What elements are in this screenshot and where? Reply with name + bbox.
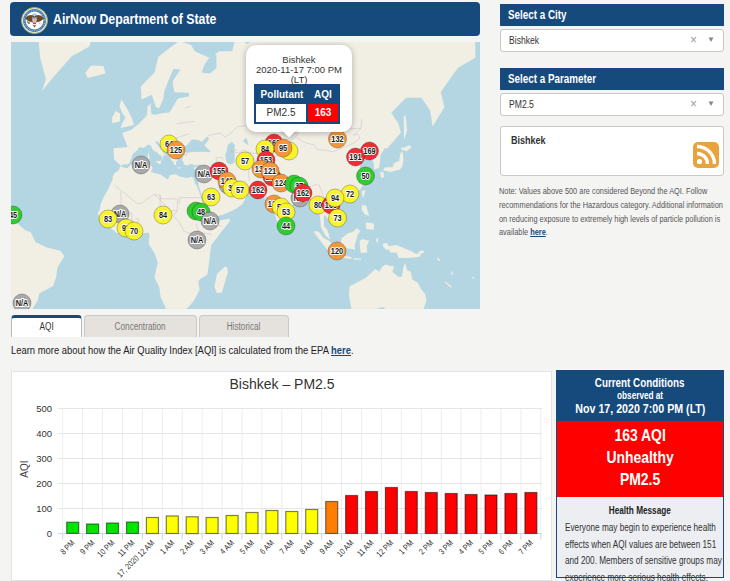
- svg-text:300: 300: [36, 453, 52, 464]
- svg-text:1 PM: 1 PM: [397, 538, 415, 556]
- svg-text:83: 83: [104, 215, 113, 225]
- svg-text:10 PM: 10 PM: [95, 538, 116, 559]
- svg-text:3 AM: 3 AM: [198, 538, 216, 556]
- svg-text:400: 400: [36, 428, 52, 439]
- svg-text:84: 84: [159, 211, 168, 221]
- svg-text:4 AM: 4 AM: [218, 538, 236, 556]
- svg-text:4 PM: 4 PM: [457, 538, 475, 556]
- svg-text:9 PM: 9 PM: [78, 538, 96, 556]
- svg-text:2 PM: 2 PM: [417, 538, 435, 556]
- svg-text:8 AM: 8 AM: [298, 538, 316, 556]
- svg-text:0: 0: [47, 528, 52, 539]
- svg-text:9 AM: 9 AM: [318, 538, 336, 556]
- svg-text:57: 57: [241, 157, 250, 167]
- svg-text:500: 500: [36, 403, 52, 414]
- svg-text:7 AM: 7 AM: [278, 538, 296, 556]
- svg-text:8 PM: 8 PM: [58, 538, 76, 556]
- svg-text:10 AM: 10 AM: [335, 538, 356, 559]
- svg-text:169: 169: [363, 147, 376, 157]
- svg-text:63: 63: [207, 193, 216, 203]
- svg-text:162: 162: [297, 189, 310, 199]
- svg-text:80: 80: [314, 201, 323, 211]
- svg-text:100: 100: [36, 503, 52, 514]
- svg-text:132: 132: [331, 135, 344, 145]
- svg-text:162: 162: [252, 186, 265, 196]
- svg-text:1 AM: 1 AM: [158, 538, 176, 556]
- svg-text:6 PM: 6 PM: [496, 538, 514, 556]
- svg-text:44: 44: [282, 222, 291, 232]
- svg-text:AQI: AQI: [19, 460, 30, 477]
- svg-text:53: 53: [282, 208, 291, 218]
- svg-text:200: 200: [36, 478, 52, 489]
- svg-text:57: 57: [236, 186, 245, 196]
- svg-text:3 PM: 3 PM: [437, 538, 455, 556]
- svg-text:45: 45: [11, 211, 17, 221]
- svg-text:125: 125: [170, 146, 183, 156]
- svg-text:N/A: N/A: [198, 170, 211, 180]
- svg-text:94: 94: [331, 194, 340, 204]
- svg-text:Bishkek – PM2.5: Bishkek – PM2.5: [229, 376, 334, 392]
- svg-text:2 AM: 2 AM: [178, 538, 196, 556]
- svg-text:121: 121: [264, 167, 277, 177]
- svg-text:70: 70: [130, 227, 139, 237]
- svg-text:191: 191: [349, 153, 362, 163]
- svg-text:72: 72: [346, 190, 355, 200]
- svg-text:N/A: N/A: [191, 236, 204, 246]
- svg-text:7 PM: 7 PM: [516, 538, 534, 556]
- svg-text:6 AM: 6 AM: [258, 538, 276, 556]
- svg-text:5 AM: 5 AM: [238, 538, 256, 556]
- svg-text:73: 73: [333, 214, 342, 224]
- svg-text:11 AM: 11 AM: [355, 538, 376, 559]
- svg-text:50: 50: [361, 172, 370, 182]
- svg-text:N/A: N/A: [204, 217, 217, 227]
- svg-text:N/A: N/A: [135, 161, 148, 171]
- svg-text:N/A: N/A: [16, 299, 29, 309]
- svg-text:5 PM: 5 PM: [477, 538, 495, 556]
- svg-text:120: 120: [331, 247, 344, 257]
- svg-text:12 PM: 12 PM: [374, 538, 395, 559]
- svg-text:95: 95: [279, 144, 288, 154]
